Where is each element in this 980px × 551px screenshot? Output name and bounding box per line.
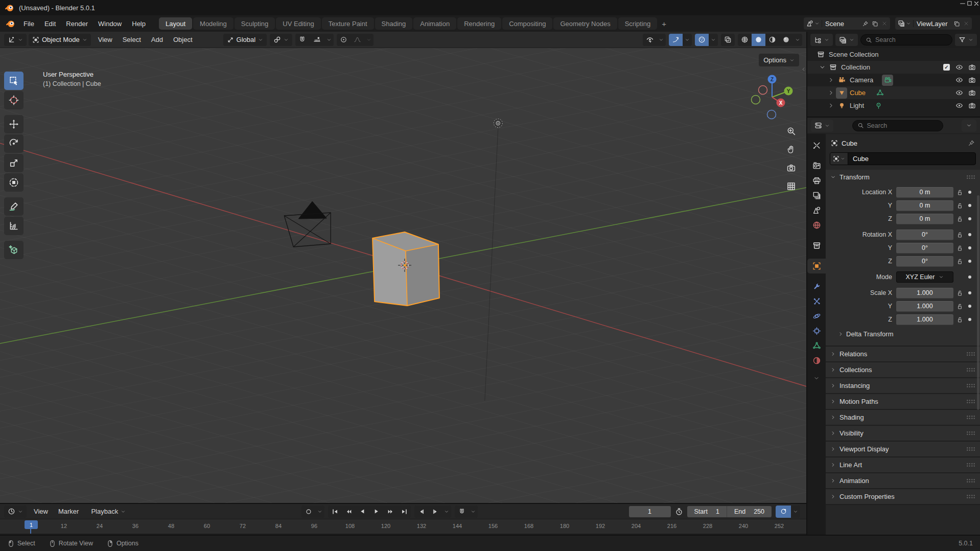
panel-grip[interactable] (966, 383, 975, 388)
menu-render[interactable]: Render (61, 17, 93, 30)
proportional-edit-toggle[interactable] (337, 34, 351, 46)
mode-selector[interactable]: Object Mode (29, 34, 91, 46)
lock-icon[interactable] (953, 316, 966, 323)
outliner-row-scene-collection[interactable]: Scene Collection (807, 48, 980, 61)
frame-back-button[interactable] (414, 506, 428, 518)
viewport-menu-object[interactable]: Object (168, 34, 198, 46)
hide-viewport-toggle[interactable] (953, 89, 965, 97)
timeline-snap-options-button[interactable] (469, 506, 478, 518)
snap-to-button[interactable] (309, 34, 324, 46)
panel-header-relations[interactable]: Relations (826, 347, 980, 361)
current-frame-field[interactable]: 1 (629, 506, 671, 517)
overlay-options-button[interactable] (709, 34, 718, 46)
unlink-scene-button[interactable] (881, 20, 888, 27)
scene-browse-button[interactable] (806, 20, 822, 27)
rotation-mode-dropdown[interactable]: XYZ Euler (896, 271, 953, 283)
animate-dot[interactable] (966, 246, 974, 249)
region-expand-icon[interactable] (801, 66, 806, 72)
tool-move[interactable] (4, 115, 24, 133)
outliner-row-light[interactable]: Light (807, 99, 980, 112)
animate-dot[interactable] (966, 204, 974, 207)
outliner-row-collection[interactable]: Collection✓ (807, 61, 980, 74)
new-scene-button[interactable] (872, 20, 878, 27)
stopwatch-icon[interactable] (675, 508, 683, 516)
auto-key-toggle[interactable] (301, 506, 315, 518)
outliner-search[interactable]: Search (860, 34, 952, 45)
lock-icon[interactable] (953, 245, 966, 251)
properties-scrollbar[interactable] (977, 195, 979, 410)
auto-key-options-button[interactable] (315, 506, 324, 518)
tab-sculpting[interactable]: Sculpting (235, 17, 275, 30)
panel-grip[interactable] (966, 368, 975, 372)
viewport-toggle-ortho-button[interactable] (784, 179, 798, 193)
panel-header-animation[interactable]: Animation (826, 473, 980, 488)
viewport-3d[interactable]: Object Mode ViewSelectAddObject Global (0, 32, 806, 503)
blender-menu-icon[interactable] (6, 19, 15, 28)
lock-icon[interactable] (953, 216, 966, 222)
gizmo-options-button[interactable] (683, 34, 692, 46)
properties-editor-type-button[interactable] (811, 120, 833, 132)
properties-tab-material[interactable] (807, 353, 826, 368)
value-field[interactable]: 1.000 (896, 288, 953, 299)
falloff-button[interactable] (351, 34, 364, 46)
panel-grip[interactable] (966, 447, 975, 451)
hide-viewport-toggle[interactable] (953, 63, 965, 71)
outliner-display-mode-button[interactable] (835, 34, 858, 46)
properties-tab-tool[interactable] (807, 138, 826, 153)
animate-dot[interactable] (966, 260, 974, 263)
transform-panel-header[interactable]: Transform (826, 170, 980, 185)
viewport-menu-view[interactable]: View (93, 34, 118, 46)
timeline-editor-type-button[interactable] (4, 506, 27, 518)
value-field[interactable]: 0 m (896, 214, 953, 224)
xray-toggle[interactable] (721, 34, 735, 46)
sync-button[interactable] (776, 506, 791, 518)
properties-tab-collection[interactable] (807, 238, 826, 253)
viewport-menu-add[interactable]: Add (146, 34, 168, 46)
pin-id-button[interactable] (968, 140, 975, 147)
properties-search[interactable]: Search (852, 120, 943, 131)
menu-playback[interactable]: Playback (86, 506, 131, 518)
tool-add-cube[interactable] (4, 241, 24, 259)
snap-options-button[interactable] (324, 34, 334, 46)
tool-annotate[interactable] (4, 197, 24, 216)
play-reverse-button[interactable] (356, 506, 369, 518)
properties-tab-constraints[interactable] (807, 324, 826, 338)
timeline-menu-marker[interactable]: Marker (53, 506, 84, 518)
properties-tab-render[interactable] (807, 158, 826, 173)
value-field[interactable]: 0 m (896, 200, 953, 211)
viewport-camera-view-button[interactable] (784, 160, 798, 175)
animate-dot[interactable] (966, 191, 974, 194)
new-viewlayer-button[interactable] (953, 20, 960, 27)
viewport-menu-select[interactable]: Select (118, 34, 146, 46)
properties-tab-modifiers[interactable] (807, 279, 826, 294)
tab-scripting[interactable]: Scripting (618, 17, 658, 30)
frame-step-options-button[interactable] (442, 506, 451, 518)
show-overlays-toggle[interactable] (695, 34, 709, 46)
sync-options-button[interactable] (791, 506, 800, 518)
viewport-options-button[interactable]: Options (759, 54, 799, 66)
panel-grip[interactable] (966, 352, 975, 356)
maximize-button[interactable] (966, 0, 973, 7)
disable-render-toggle[interactable] (966, 63, 977, 71)
properties-tab-output[interactable] (807, 173, 826, 188)
value-field[interactable]: 0° (896, 243, 953, 254)
panel-header-custom-properties[interactable]: Custom Properties (826, 489, 980, 504)
tab-modeling[interactable]: Modeling (193, 17, 234, 30)
timeline-snap-toggle[interactable] (455, 506, 469, 518)
timeline-menu-view[interactable]: View (29, 506, 53, 518)
shading-rendered-button[interactable] (779, 34, 793, 46)
panel-grip[interactable] (966, 399, 975, 404)
animate-dot[interactable] (966, 217, 974, 220)
start-frame-field[interactable]: Start1 (687, 506, 727, 517)
viewport-zo-om-button[interactable] (784, 124, 798, 138)
panel-header-line-art[interactable]: Line Art (826, 457, 980, 472)
tab-texture-paint[interactable]: Texture Paint (322, 17, 374, 30)
panel-grip[interactable] (966, 463, 975, 467)
tool-measure[interactable] (4, 217, 24, 235)
end-frame-field[interactable]: End250 (727, 506, 772, 517)
tab-uv-editing[interactable]: UV Editing (276, 17, 320, 30)
animate-dot[interactable] (966, 318, 974, 321)
disable-render-toggle[interactable] (966, 76, 977, 84)
tool-transform[interactable] (4, 173, 24, 192)
hide-viewport-toggle[interactable] (953, 102, 965, 109)
